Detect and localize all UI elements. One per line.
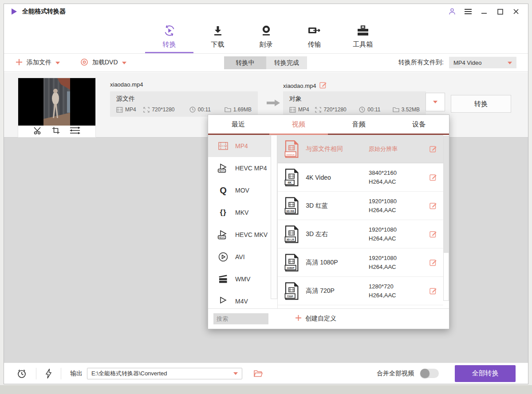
svg-text:HEVC: HEVC [218, 169, 225, 172]
create-custom-label: 创建自定义 [305, 315, 336, 323]
preset-name: 4K Video [306, 174, 369, 181]
resolution-icon [315, 107, 321, 113]
preset-specs: 1920*1080H264,AAC [369, 254, 430, 272]
resolution-icon [143, 107, 150, 113]
source-filename: xiaodao.mp4 [110, 81, 143, 88]
target-format-dropdown-button[interactable] [426, 93, 445, 111]
folder-icon [225, 107, 231, 112]
format-list-scrollbar[interactable] [271, 135, 277, 299]
source-info-box: 源文件 MP4 720*1280 00:11 [110, 91, 258, 117]
svg-text:3D RB: 3D RB [286, 209, 295, 212]
convert-button[interactable]: 转换 [451, 95, 511, 113]
crop-icon[interactable] [52, 126, 60, 136]
schedule-icon[interactable] [16, 368, 27, 379]
edit-preset-icon[interactable] [430, 259, 437, 266]
tab-recent[interactable]: 最近 [208, 115, 268, 134]
tab-audio[interactable]: 音频 [329, 115, 389, 134]
edit-preset-icon[interactable] [430, 230, 437, 238]
format-label: WMV [235, 276, 250, 283]
app-logo-icon [10, 8, 18, 16]
tab-transfer-label: 传输 [308, 40, 321, 49]
add-files-label: 添加文件 [27, 59, 51, 67]
maximize-button[interactable] [494, 6, 506, 17]
preset-row-4k[interactable]: 4K 4K Video 3840*2160H264,AAC [278, 163, 443, 192]
menu-icon[interactable] [462, 6, 474, 17]
source-resolution: 720*1280 [143, 106, 189, 113]
merge-videos-toggle[interactable] [420, 369, 439, 378]
global-format-value: MP4 Video [453, 59, 481, 66]
target-format: MP4 [289, 106, 315, 113]
effects-icon[interactable] [70, 126, 80, 136]
video-thumbnail-card [18, 78, 95, 137]
tab-toolbox[interactable]: 工具箱 [339, 19, 387, 53]
tab-device[interactable]: 设备 [389, 115, 449, 134]
preset-row-hd-1080p[interactable]: 1080P 高清 1080P 1920*1080H264,AAC [278, 248, 443, 277]
video-thumbnail[interactable] [18, 78, 95, 126]
trim-icon[interactable] [33, 127, 42, 136]
desktop-strip [0, 385, 532, 394]
format-item-wmv[interactable]: WMV [208, 268, 277, 290]
preset-row-3d-lr[interactable]: 3D LR 3D 左右 1920*1080H264,AAC [278, 220, 443, 248]
svg-text:4K: 4K [288, 181, 292, 184]
minimize-button[interactable] [478, 6, 490, 17]
tab-burn[interactable]: 刻录 [242, 19, 290, 53]
preset-row-hd-720p[interactable]: 720P 高清 720P 1280*720H264,AAC [278, 277, 443, 305]
format-item-mov[interactable]: Q MOV [208, 179, 277, 201]
tab-converting[interactable]: 转换中 [224, 56, 266, 69]
high-speed-icon[interactable] [45, 368, 52, 379]
format-item-hevc-mp4[interactable]: HEVC HEVC MP4 [208, 157, 277, 179]
edit-preset-icon[interactable] [430, 287, 437, 295]
output-path-select[interactable]: E:\全能格式转换器\Converted [87, 368, 242, 379]
format-item-mp4[interactable]: MP4 [208, 135, 277, 157]
edit-preset-icon[interactable] [430, 202, 437, 209]
global-format-select[interactable]: MP4 Video [449, 57, 516, 68]
svg-text:3D LR: 3D LR [286, 238, 294, 240]
preset-row-same-as-source[interactable]: source 与源文件相同 原始分辨率 [278, 135, 443, 163]
source-size: 1.69MB [225, 106, 252, 113]
format-item-avi[interactable]: AVI [208, 246, 277, 268]
output-path-value: E:\全能格式转换器\Converted [91, 370, 167, 378]
chevron-down-icon [508, 62, 512, 67]
format-label: HEVC MKV [235, 231, 268, 238]
edit-preset-icon[interactable] [430, 145, 437, 153]
format-item-m4v[interactable]: M4V [208, 290, 277, 308]
format-item-hevc-mkv[interactable]: HEVC HEVC MKV [208, 224, 277, 246]
clock-icon [359, 106, 365, 113]
tab-finished[interactable]: 转换完成 [266, 56, 307, 69]
add-files-button[interactable]: 添加文件 [16, 59, 60, 67]
tab-toolbox-label: 工具箱 [353, 40, 373, 49]
svg-text:720P: 720P [287, 295, 293, 297]
scrollbar-thumb[interactable] [444, 136, 449, 253]
output-label: 输出 [70, 370, 83, 378]
close-button[interactable] [510, 6, 522, 17]
preset-name: 高清 1080P [306, 259, 369, 267]
load-dvd-button[interactable]: 加载DVD [80, 58, 126, 67]
target-box-title: 对象 [289, 95, 420, 103]
tab-transfer[interactable]: 传输 [290, 19, 339, 53]
preset-name: 3D 红蓝 [306, 202, 369, 210]
film-strip-icon [217, 142, 229, 150]
hevc-play-icon: HEVC [217, 230, 229, 240]
open-folder-icon[interactable] [254, 370, 263, 377]
account-icon[interactable] [446, 6, 458, 17]
svg-text:source: source [287, 153, 295, 155]
preset-row-3d-rb[interactable]: 3D RB 3D 红蓝 1920*1080H264,AAC [278, 192, 443, 220]
target-info-box: 对象 MP4 720*1280 00:11 [283, 91, 426, 117]
preset-3dlr-icon: 3D LR [284, 225, 299, 244]
preset-list-scrollbar[interactable] [443, 136, 449, 301]
tab-convert-label: 转换 [163, 40, 176, 49]
rename-icon[interactable] [319, 81, 327, 90]
chevron-down-icon [233, 372, 238, 377]
status-tabs: 转换中 转换完成 [224, 56, 307, 69]
tab-convert[interactable]: 转换 [145, 19, 193, 53]
format-item-mkv[interactable]: {} MKV [208, 201, 277, 224]
search-input[interactable] [213, 313, 268, 324]
convert-all-button[interactable]: 全部转换 [455, 365, 516, 382]
tab-video[interactable]: 视频 [268, 115, 329, 134]
tab-download[interactable]: 下载 [193, 19, 242, 53]
create-custom-button[interactable]: 创建自定义 [295, 315, 336, 323]
svg-text:HEVC: HEVC [218, 236, 225, 239]
convert-all-to-label: 转换所有文件到: [398, 59, 444, 67]
edit-preset-icon[interactable] [430, 173, 437, 181]
preset-1080p-icon: 1080P [284, 253, 299, 272]
